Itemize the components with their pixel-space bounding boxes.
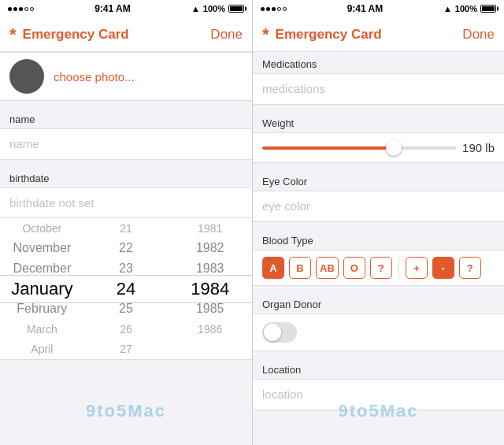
avatar[interactable] [9,59,44,94]
r-dot-3 [272,7,276,11]
right-battery-fill [482,6,495,11]
month-oct: October [0,218,84,239]
dot-1 [8,7,12,11]
day-25: 25 [84,299,169,320]
year-1984: 1984 [168,279,252,299]
r-spacer-1 [253,105,504,111]
weight-slider-thumb[interactable] [386,140,402,156]
right-asterisk-icon: * [262,24,269,45]
battery-fill [230,6,243,11]
eye-color-label: Eye Color [253,169,504,191]
weight-value: 190 lb [462,141,495,154]
r-spacer-3 [253,222,504,228]
day-23: 23 [84,258,169,279]
medications-input-cell[interactable] [253,73,504,105]
month-jan: January [0,279,84,299]
date-picker[interactable]: October November December January Februa… [0,218,252,360]
toggle-knob [264,324,281,341]
organ-donor-toggle[interactable] [262,322,297,343]
year-picker-col[interactable]: 1981 1982 1983 1984 1985 1986 [168,218,252,359]
bt-O[interactable]: O [343,257,365,279]
name-section-label: name [0,107,252,128]
weight-label: Weight [253,111,504,132]
month-dec: December [0,258,84,279]
left-battery-pct: 100% [203,4,225,13]
medications-input[interactable] [262,82,495,95]
choose-photo-text[interactable]: choose photo... [54,70,135,83]
name-input-cell[interactable] [0,128,252,160]
location-input[interactable] [262,388,495,401]
day-21: 21 [84,218,169,239]
weight-slider-row[interactable]: 190 lb [253,132,504,163]
right-done-button[interactable]: Done [462,27,495,43]
location-input-cell[interactable] [253,379,504,410]
dot-4 [24,7,28,11]
r-spacer-5 [253,351,504,358]
right-wifi-icon: ▲ [443,4,452,13]
month-nov: November [0,239,84,259]
bt-A[interactable]: A [262,257,284,279]
eye-color-input-cell[interactable] [253,191,504,222]
day-picker-col[interactable]: 21 22 23 24 25 26 27 [84,218,169,359]
name-input[interactable] [9,137,243,150]
dot-5 [30,7,34,11]
photo-row[interactable]: choose photo... [0,52,252,101]
month-feb: February [0,299,84,320]
year-1986: 1986 [168,319,252,339]
r-spacer-2 [253,163,504,169]
month-picker-col[interactable]: October November December January Februa… [0,218,84,359]
bt-plus[interactable]: + [406,257,428,279]
bt-unknown2[interactable]: ? [459,257,481,279]
dot-2 [13,7,17,11]
right-status-right: ▲ 100% [443,4,496,13]
right-status-bar: 9:41 AM ▲ 100% [253,0,504,17]
left-status-right: ▲ 100% [191,4,244,13]
weight-slider-track[interactable] [262,146,456,150]
left-battery-icon [228,5,244,13]
eye-color-input[interactable] [262,199,495,213]
right-scroll-area: Medications Weight 190 lb Eye Color Bloo… [253,52,504,445]
r-dot-1 [261,7,265,11]
bt-divider [398,257,399,279]
weight-slider-fill [262,146,394,150]
month-mar: March [0,319,84,339]
right-header-title: Emergency Card [276,27,463,43]
medications-label: Medications [253,52,504,73]
year-1983: 1983 [168,258,252,279]
spacer-1 [0,101,252,107]
birthdate-placeholder[interactable]: birthdate not set [0,187,252,218]
organ-donor-toggle-row[interactable] [253,313,504,351]
day-27: 27 [84,339,169,360]
bt-minus[interactable]: - [432,257,454,279]
day-24: 24 [84,279,169,299]
month-apr: April [0,339,84,360]
right-time: 9:41 AM [347,3,384,14]
right-battery-icon [480,5,496,13]
left-asterisk-icon: * [9,24,17,45]
signal-strength [8,7,34,11]
right-phone-panel: 9:41 AM ▲ 100% * Emergency Card Done Med… [252,0,504,445]
year-empty [168,339,252,360]
dot-3 [19,7,23,11]
year-1981: 1981 [168,218,252,239]
right-battery-pct: 100% [455,4,477,13]
year-1985: 1985 [168,299,252,320]
left-time: 9:41 AM [94,3,131,14]
left-done-button[interactable]: Done [210,27,243,43]
r-dot-2 [266,7,270,11]
blood-type-row: A B AB O ? + - ? [253,250,504,286]
r-spacer-4 [253,286,504,292]
bt-AB[interactable]: AB [316,257,339,279]
bt-unknown1[interactable]: ? [370,257,392,279]
weight-unit: lb [485,141,495,154]
right-app-header: * Emergency Card Done [253,17,504,52]
bt-B[interactable]: B [289,257,311,279]
left-app-header: * Emergency Card Done [0,17,252,52]
day-26: 26 [84,319,169,339]
right-signal-strength [261,7,287,11]
left-header-title: Emergency Card [23,27,211,43]
birthdate-section-label: birthdate [0,166,252,187]
day-22: 22 [84,239,169,259]
year-1982: 1982 [168,239,252,259]
spacer-2 [0,160,252,166]
